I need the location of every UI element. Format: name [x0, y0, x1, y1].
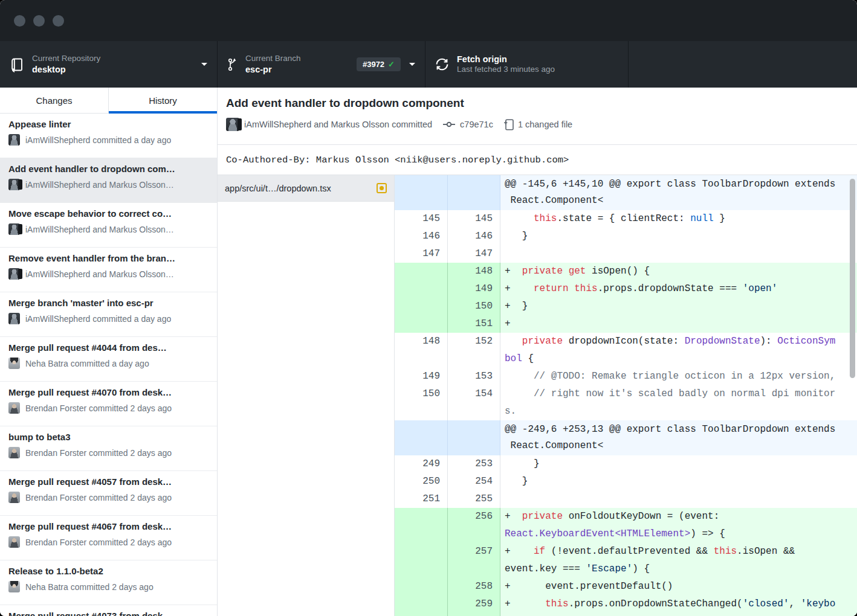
diff-row-add: 256+ private onFoldoutKeyDown = (event:R…	[395, 508, 857, 543]
diff-code: // right now it's scaled badly on normal…	[500, 385, 857, 420]
commit-list-item[interactable]: Move escape behavior to correct co…iAmWi…	[0, 203, 217, 248]
diff-code: }	[500, 228, 857, 245]
new-line-number: 147	[448, 245, 500, 263]
new-line-number: 146	[448, 228, 500, 245]
commit-detail-pane: Add event handler to dropdown component …	[218, 88, 857, 616]
commit-list-item[interactable]: Merge branch 'master' into esc-priAmWill…	[0, 292, 217, 337]
old-line-number	[395, 595, 448, 616]
changed-files-count: 1 changed file	[518, 120, 572, 129]
old-line-number: 147	[395, 245, 448, 263]
file-path: app/src/ui/t…/dropdown.tsx	[225, 184, 372, 193]
diff-row-hunk: @@ -249,6 +253,13 @@ export class Toolba…	[395, 420, 857, 455]
avatar	[8, 581, 20, 592]
diff-row-context: 146146 }	[395, 228, 857, 245]
fetch-subtitle: Last fetched 3 minutes ago	[457, 65, 555, 75]
commit-list-title: Add event handler to dropdown com…	[8, 164, 209, 174]
repo-icon	[10, 57, 24, 72]
file-list-item[interactable]: app/src/ui/t…/dropdown.tsx	[218, 175, 394, 202]
history-sidebar: ChangesHistory Appease linteriAmWillShep…	[0, 88, 218, 616]
new-line-number: 150	[448, 298, 500, 315]
commit-list-item[interactable]: Merge pull request #4070 from desk…Brend…	[0, 382, 217, 426]
diff-code: + if (!event.defaultPrevented && this.is…	[500, 543, 857, 578]
repository-label: Current Repository	[32, 54, 100, 64]
avatar	[238, 118, 242, 130]
old-line-number: 148	[395, 333, 448, 368]
diff-scrollbar[interactable]	[850, 179, 855, 378]
diff-code: @@ -145,6 +145,10 @@ export class Toolba…	[500, 175, 857, 210]
minimize-window-button[interactable]	[33, 15, 45, 27]
diff-row-context: 145145 this.state = { clientRect: null }	[395, 210, 857, 228]
old-line-number	[395, 420, 448, 455]
new-line-number: 259	[448, 595, 500, 616]
commit-list-item[interactable]: Merge pull request #4067 from desk…Brend…	[0, 516, 217, 560]
diff-code: }	[500, 473, 857, 490]
commit-list: Appease linteriAmWillShepherd committed …	[0, 114, 217, 616]
new-line-number	[448, 175, 500, 210]
commit-header: Add event handler to dropdown component …	[218, 88, 857, 145]
new-line-number: 256	[448, 508, 500, 543]
diff-code: @@ -249,6 +253,13 @@ export class Toolba…	[500, 420, 857, 455]
fetch-title: Fetch origin	[457, 54, 555, 65]
old-line-number	[395, 508, 448, 543]
commit-list-item[interactable]: Merge pull request #4044 from des…Neha B…	[0, 337, 217, 382]
avatar	[8, 358, 20, 369]
commit-list-title: Merge pull request #4067 from desk…	[8, 521, 209, 531]
commit-title: Add event handler to dropdown component	[226, 97, 849, 110]
old-line-number: 249	[395, 455, 448, 473]
commit-list-item[interactable]: Merge pull request #4073 from desk…	[0, 605, 217, 616]
tab-history[interactable]: History	[108, 88, 217, 113]
commit-list-meta-text: Neha Batra committed 2 days ago	[25, 582, 154, 592]
commit-list-item[interactable]: Appease linteriAmWillShepherd committed …	[0, 114, 217, 158]
commit-list-meta: iAmWillShepherd committed a day ago	[8, 313, 209, 324]
old-line-number	[395, 578, 448, 595]
commit-list-title: bump to beta3	[8, 432, 209, 442]
diff-row-context: 251255	[395, 490, 857, 508]
diff-code: private dropdownIcon(state: DropdownStat…	[500, 333, 857, 368]
new-line-number: 255	[448, 490, 500, 508]
pr-number-badge: #3972 ✓	[357, 57, 401, 71]
old-line-number	[395, 298, 448, 315]
diff-row-context: 148152 private dropdownIcon(state: Dropd…	[395, 333, 857, 368]
repository-dropdown-button[interactable]: Current Repository desktop	[0, 41, 218, 88]
old-line-number	[395, 315, 448, 333]
commit-list-meta-text: iAmWillShepherd committed a day ago	[25, 135, 171, 145]
diff-row-add: 151+	[395, 315, 857, 333]
branch-label: Current Branch	[245, 54, 301, 64]
commit-list-item[interactable]: Merge pull request #4057 from desk…Brend…	[0, 471, 217, 516]
diff-code: + return this.props.dropdownState === 'o…	[500, 280, 857, 298]
diff-code: + private get isOpen() {	[500, 263, 857, 280]
commit-list-meta-text: iAmWillShepherd and Markus Olsson…	[25, 269, 174, 279]
zoom-window-button[interactable]	[53, 15, 64, 27]
diff-code: + private onFoldoutKeyDown = (event:Reac…	[500, 508, 857, 543]
git-commit-icon	[442, 120, 456, 129]
commit-description: Co-Authored-By: Markus Olsson <niik@user…	[218, 145, 857, 175]
branch-text: Current Branch esc-pr	[245, 54, 301, 75]
commit-list-item[interactable]: bump to beta3Brendan Forster committed 2…	[0, 426, 217, 471]
diff-code	[500, 245, 857, 263]
diff-row-context: 150154 // right now it's scaled badly on…	[395, 385, 857, 420]
modified-status-icon	[377, 183, 387, 193]
commit-list-item[interactable]: Release to 1.1.0-beta2Neha Batra committ…	[0, 560, 217, 605]
old-line-number: 145	[395, 210, 448, 228]
diff-code: }	[500, 455, 857, 473]
close-window-button[interactable]	[14, 15, 25, 27]
branch-dropdown-button[interactable]: Current Branch esc-pr #3972 ✓	[218, 41, 425, 88]
old-line-number: 150	[395, 385, 448, 420]
avatar	[8, 313, 20, 324]
commit-list-item[interactable]: Remove event handler from the bran…iAmWi…	[0, 248, 217, 292]
commit-list-item[interactable]: Add event handler to dropdown com…iAmWil…	[0, 158, 217, 203]
sync-icon	[435, 57, 449, 71]
new-line-number: 254	[448, 473, 500, 490]
commit-list-meta: Brendan Forster committed 2 days ago	[8, 402, 209, 414]
tab-changes[interactable]: Changes	[0, 88, 108, 113]
diff-row-context: 147147	[395, 245, 857, 263]
fetch-origin-button[interactable]: Fetch origin Last fetched 3 minutes ago	[425, 41, 629, 88]
old-line-number	[395, 543, 448, 578]
commit-list-meta: Brendan Forster committed 2 days ago	[8, 447, 209, 458]
chevron-down-icon	[409, 63, 415, 66]
sidebar-tabbar: ChangesHistory	[0, 88, 217, 114]
new-line-number: 257	[448, 543, 500, 578]
avatar	[8, 402, 20, 414]
old-line-number: 250	[395, 473, 448, 490]
commit-list-meta-text: Brendan Forster committed 2 days ago	[25, 493, 172, 502]
